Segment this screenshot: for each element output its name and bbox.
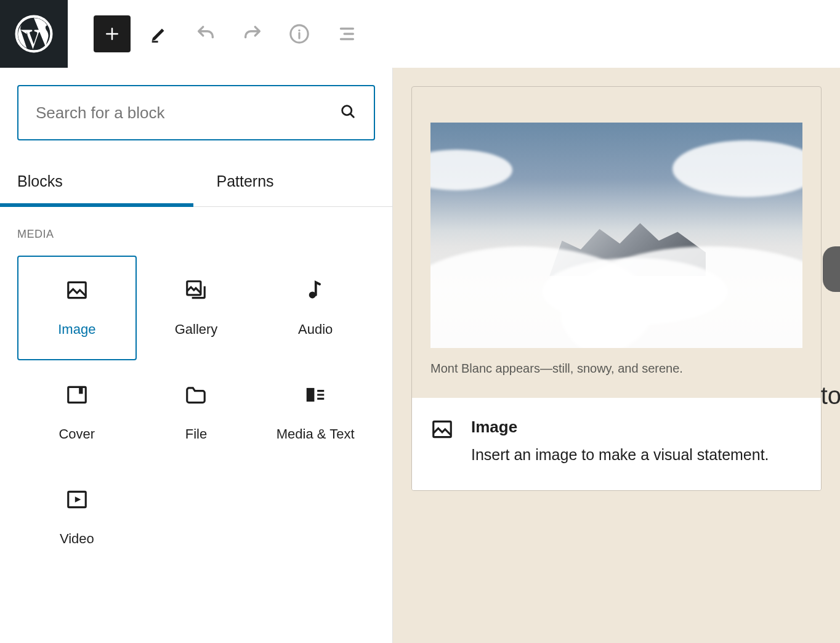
block-item-gallery[interactable]: Gallery bbox=[137, 256, 256, 360]
block-preview-area: to Mont Blanc appears—still, snowy, and … bbox=[393, 68, 840, 643]
edit-tool-button[interactable] bbox=[140, 15, 177, 52]
cover-icon bbox=[65, 383, 89, 409]
preview-caption: Mont Blanc appears—still, snowy, and ser… bbox=[412, 359, 821, 398]
search-input[interactable] bbox=[36, 103, 339, 123]
block-label: Cover bbox=[59, 426, 95, 442]
svg-rect-8 bbox=[79, 387, 83, 394]
audio-icon bbox=[304, 278, 327, 304]
section-title-media: MEDIA bbox=[0, 207, 392, 256]
block-description-card: Image Insert an image to make a visual s… bbox=[412, 398, 821, 490]
media-text-icon bbox=[304, 383, 327, 409]
image-icon bbox=[430, 418, 454, 443]
inserter-tabs: Blocks Patterns bbox=[0, 158, 392, 207]
info-button[interactable] bbox=[281, 15, 318, 52]
svg-rect-9 bbox=[307, 388, 315, 402]
block-description-text: Insert an image to make a visual stateme… bbox=[471, 444, 769, 466]
wordpress-logo[interactable] bbox=[0, 0, 68, 68]
block-item-video[interactable]: Video bbox=[17, 465, 137, 570]
block-item-media-text[interactable]: Media & Text bbox=[256, 360, 375, 465]
block-search bbox=[17, 85, 375, 140]
block-label: Media & Text bbox=[277, 426, 355, 442]
block-item-file[interactable]: File bbox=[137, 360, 256, 465]
edge-text-fragment: to bbox=[821, 382, 840, 410]
block-description-title: Image bbox=[471, 418, 769, 437]
redo-button[interactable] bbox=[234, 15, 271, 52]
block-label: Video bbox=[60, 531, 94, 547]
scroll-indicator bbox=[823, 246, 840, 292]
block-inserter-panel: Blocks Patterns MEDIA Image Gallery bbox=[0, 68, 393, 643]
file-icon bbox=[184, 383, 208, 409]
search-icon[interactable] bbox=[339, 103, 357, 123]
add-block-button[interactable] bbox=[94, 15, 131, 52]
outline-button[interactable] bbox=[328, 15, 365, 52]
preview-image bbox=[430, 123, 802, 348]
block-label: Gallery bbox=[175, 322, 218, 338]
preview-image-wrap bbox=[412, 87, 821, 359]
svg-rect-7 bbox=[68, 387, 86, 402]
editor-topbar bbox=[0, 0, 840, 68]
tab-patterns[interactable]: Patterns bbox=[193, 158, 393, 206]
editor-toolbar bbox=[68, 15, 365, 52]
block-label: Image bbox=[58, 322, 95, 338]
svg-point-2 bbox=[298, 30, 300, 31]
block-item-audio[interactable]: Audio bbox=[256, 256, 375, 360]
block-preview-card: Mont Blanc appears—still, snowy, and ser… bbox=[411, 86, 822, 491]
undo-button[interactable] bbox=[187, 15, 224, 52]
block-grid: Image Gallery Audio Cover bbox=[0, 256, 392, 570]
block-item-cover[interactable]: Cover bbox=[17, 360, 137, 465]
block-item-image[interactable]: Image bbox=[17, 256, 137, 360]
block-label: Audio bbox=[298, 322, 333, 338]
block-label: File bbox=[185, 426, 207, 442]
image-icon bbox=[65, 278, 89, 304]
main-area: Blocks Patterns MEDIA Image Gallery bbox=[0, 68, 840, 643]
tab-blocks[interactable]: Blocks bbox=[0, 158, 193, 206]
video-icon bbox=[65, 488, 89, 514]
gallery-icon bbox=[184, 278, 208, 304]
